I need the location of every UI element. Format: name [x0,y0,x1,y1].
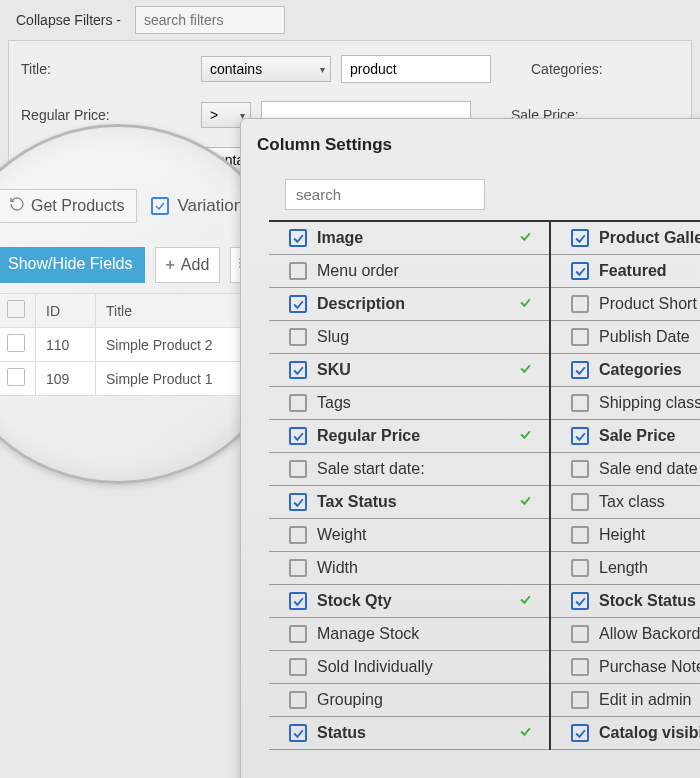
checkbox-icon [289,592,307,610]
column-toggle-row[interactable]: Purchase Note [551,651,700,684]
column-name: Width [317,559,509,577]
checkbox-icon [571,394,589,412]
cell-id: 110 [36,328,96,362]
column-toggle-row[interactable]: Regular Price [269,420,549,453]
column-toggle-row[interactable]: Stock Status [551,585,700,618]
get-products-button[interactable]: Get Products [0,189,137,223]
checkbox-icon [571,625,589,643]
checkbox-icon [289,394,307,412]
checkbox-icon [289,691,307,709]
column-toggle-row[interactable]: Product Gallery [551,222,700,255]
column-name: SKU [317,361,509,379]
column-name: Catalog visibility [599,724,700,742]
checkbox-icon [571,658,589,676]
column-toggle-row[interactable]: Edit in admin [551,684,700,717]
checkbox-icon [571,262,589,280]
plus-icon [166,256,175,274]
column-settings-panel: Column Settings ImageMenu orderDescripti… [240,118,700,778]
checkbox-icon [289,724,307,742]
column-toggle-row[interactable]: Grouping [269,684,549,717]
column-name: Shipping class [599,394,700,412]
checkbox-icon [571,493,589,511]
column-name: Menu order [317,262,509,280]
column-toggle-row[interactable]: Allow Backorders [551,618,700,651]
filter-title-label: Title: [21,61,191,77]
column-toggle-row[interactable]: Tax class [551,486,700,519]
filter-title-op[interactable]: contains [201,56,331,82]
column-toggle-row[interactable]: Menu order [269,255,549,288]
column-toggle-row[interactable]: Tax Status [269,486,549,519]
add-label: Add [181,256,209,274]
column-toggle-row[interactable]: SKU [269,354,549,387]
column-name: Image [317,229,509,247]
checkbox-icon [571,328,589,346]
checkbox-icon [571,295,589,313]
column-search-input[interactable] [285,179,485,210]
show-hide-fields-button[interactable]: Show/Hide Fields [0,247,145,283]
check-icon [519,592,539,610]
row-checkbox[interactable] [7,368,25,386]
col-id[interactable]: ID [36,294,96,328]
checkbox-icon [289,328,307,346]
check-icon [519,361,539,379]
column-toggle-row[interactable]: Publish Date [551,321,700,354]
checkbox-icon [571,427,589,445]
column-name: Grouping [317,691,509,709]
filter-title-value[interactable] [341,55,491,83]
collapse-filters-link[interactable]: Collapse Filters - [10,8,127,32]
cell-id: 109 [36,362,96,396]
column-name: Publish Date [599,328,700,346]
checkbox-icon [289,361,307,379]
column-toggle-row[interactable]: Sale start date: [269,453,549,486]
checkbox-icon [289,625,307,643]
column-toggle-row[interactable]: Height [551,519,700,552]
column-toggle-row[interactable]: Manage Stock [269,618,549,651]
column-toggle-row[interactable]: Sale Price [551,420,700,453]
column-toggle-row[interactable]: Width [269,552,549,585]
column-toggle-row[interactable]: Slug [269,321,549,354]
column-toggle-row[interactable]: Shipping class [551,387,700,420]
column-toggle-row[interactable]: Image [269,222,549,255]
column-name: Weight [317,526,509,544]
checkbox-icon [571,526,589,544]
column-name: Stock Qty [317,592,509,610]
column-name: Description [317,295,509,313]
checkbox-icon [289,262,307,280]
column-toggle-row[interactable]: Sale end date [551,453,700,486]
checkbox-icon [571,361,589,379]
column-toggle-row[interactable]: Tags [269,387,549,420]
checkbox-icon [289,427,307,445]
search-filters-input[interactable] [135,6,285,34]
filter-regprice-label: Regular Price: [21,107,191,123]
column-toggle-row[interactable]: Stock Qty [269,585,549,618]
column-toggle-row[interactable]: Length [551,552,700,585]
checkbox-icon [571,691,589,709]
row-checkbox[interactable] [7,334,25,352]
column-toggle-row[interactable]: Catalog visibility [551,717,700,750]
column-toggle-row[interactable]: Sold Individually [269,651,549,684]
variations-toggle[interactable]: Variations [151,196,251,216]
check-icon [519,229,539,247]
column-name: Featured [599,262,700,280]
check-icon [519,493,539,511]
select-all-checkbox[interactable] [7,300,25,318]
refresh-icon [9,196,25,216]
column-toggle-row[interactable]: Product Short Description [551,288,700,321]
column-name: Sold Individually [317,658,509,676]
column-toggle-row[interactable]: Featured [551,255,700,288]
column-name: Product Gallery [599,229,700,247]
checkbox-icon [571,460,589,478]
add-button[interactable]: Add [155,247,221,283]
check-icon [519,724,539,742]
column-toggle-row[interactable]: Categories [551,354,700,387]
column-toggle-row[interactable]: Description [269,288,549,321]
column-name: Sale start date: [317,460,509,478]
column-toggle-row[interactable]: Status [269,717,549,750]
column-name: Height [599,526,700,544]
column-name: Product Short Description [599,295,700,313]
column-name: Regular Price [317,427,509,445]
column-toggle-row[interactable]: Weight [269,519,549,552]
column-name: Length [599,559,700,577]
column-name: Stock Status [599,592,700,610]
filter-categories-label: Categories: [531,61,651,77]
